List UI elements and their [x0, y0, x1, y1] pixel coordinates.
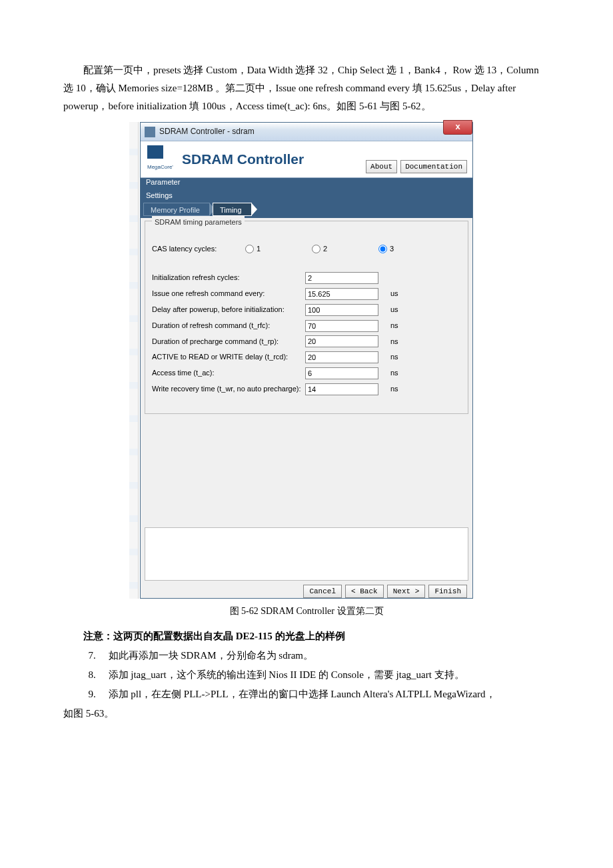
step-7-num: 7. — [89, 647, 109, 665]
label-delay-powerup: Delay after powerup, before initializati… — [152, 303, 305, 317]
row-trp: Duration of precharge command (t_rp): ns — [152, 335, 461, 349]
label-tac: Access time (t_ac): — [152, 367, 305, 380]
parameter-settings-tab[interactable]: Parameter Settings — [141, 178, 472, 201]
unit-trfc: ns — [390, 319, 404, 333]
step-7: 7.如此再添加一块 SDRAM，分别命名为 sdram。 — [89, 647, 550, 665]
opt3-label: 3 — [390, 243, 394, 256]
group-title: SDRAM timing parameters — [152, 216, 245, 229]
background-sliver — [129, 122, 139, 599]
cancel-button[interactable]: Cancel — [303, 585, 342, 598]
next-button[interactable]: Next > — [387, 585, 426, 598]
sdram-controller-dialog: SDRAM Controller - sdram x MegaCore' SDR… — [140, 122, 473, 599]
input-init-refresh[interactable] — [305, 272, 378, 284]
unit-twr: ns — [390, 383, 404, 396]
opt1-label: 1 — [257, 243, 261, 256]
back-button[interactable]: < Back — [345, 585, 384, 598]
unit-delay-powerup: us — [390, 303, 404, 317]
finish-button[interactable]: Finish — [428, 585, 467, 598]
input-trp[interactable] — [305, 335, 378, 347]
documentation-button[interactable]: Documentation — [400, 160, 467, 173]
note-line: 注意：这两页的配置数据出自友晶 DE2-115 的光盘上的样例 — [63, 627, 550, 645]
dialog-header: MegaCore' SDRAM Controller About Documen… — [141, 141, 472, 178]
unit-tac: ns — [390, 367, 404, 380]
input-twr[interactable] — [305, 383, 378, 395]
cas-option-3[interactable]: 3 — [378, 243, 445, 256]
steps-list: 7.如此再添加一块 SDRAM，分别命名为 sdram。 8.添加 jtag_u… — [89, 647, 550, 703]
dialog-title: SDRAM Controller — [182, 147, 304, 172]
about-button[interactable]: About — [366, 160, 397, 173]
cas-option-2[interactable]: 2 — [312, 243, 378, 256]
step-8-text: 添加 jtag_uart，这个系统的输出连到 Nios II IDE 的 Con… — [109, 666, 464, 684]
input-trcd[interactable] — [305, 351, 378, 363]
label-trfc: Duration of refresh command (t_rfc): — [152, 319, 305, 333]
window-title: SDRAM Controller - sdram — [159, 125, 255, 139]
input-delay-powerup[interactable] — [305, 304, 378, 316]
cas-latency-label: CAS latency cycles: — [152, 243, 245, 256]
timing-parameters-group: SDRAM timing parameters CAS latency cycl… — [145, 221, 468, 414]
unit-trp: ns — [390, 335, 404, 349]
step-8-num: 8. — [89, 666, 109, 684]
label-trp: Duration of precharge command (t_rp): — [152, 335, 305, 349]
step-9-num: 9. — [89, 685, 109, 703]
input-issue-refresh[interactable] — [305, 288, 378, 300]
step-9-text: 添加 pll，在左侧 PLL->PLL，在弹出的窗口中选择 Launch Alt… — [109, 685, 496, 703]
cas-latency-row: CAS latency cycles: 1 2 3 — [152, 243, 461, 256]
crumb-memory-profile[interactable]: Memory Profile — [143, 203, 210, 216]
opt2-label: 2 — [323, 243, 327, 256]
row-init-refresh: Initialization refresh cycles: — [152, 271, 461, 285]
row-trfc: Duration of refresh command (t_rfc): ns — [152, 319, 461, 333]
figure-caption: 图 5-62 SDRAM Controller 设置第二页 — [63, 603, 550, 619]
unit-trcd: ns — [390, 351, 404, 364]
blank-area — [145, 418, 468, 525]
row-twr: Write recovery time (t_wr, no auto prech… — [152, 383, 461, 396]
description-box — [145, 527, 468, 581]
step-9: 9.添加 pll，在左侧 PLL->PLL，在弹出的窗口中选择 Launch A… — [89, 685, 550, 703]
row-issue-refresh: Issue one refresh command every: us — [152, 287, 461, 301]
input-trfc[interactable] — [305, 320, 378, 332]
paragraph-config-page1: 配置第一页中，presets 选择 Custom，Data Width 选择 3… — [63, 61, 550, 115]
label-init-refresh: Initialization refresh cycles: — [152, 271, 305, 285]
label-twr: Write recovery time (t_wr, no auto prech… — [152, 383, 305, 396]
megacore-logo-label: MegaCore' — [147, 164, 173, 170]
step-7-text: 如此再添加一块 SDRAM，分别命名为 sdram。 — [109, 647, 314, 665]
dialog-footer: Cancel < Back Next > Finish — [141, 583, 472, 598]
cas-option-1[interactable]: 1 — [245, 243, 312, 256]
row-tac: Access time (t_ac): ns — [152, 367, 461, 380]
row-trcd: ACTIVE to READ or WRITE delay (t_rcd): n… — [152, 351, 461, 364]
label-trcd: ACTIVE to READ or WRITE delay (t_rcd): — [152, 351, 305, 364]
app-icon — [145, 127, 155, 137]
row-delay-powerup: Delay after powerup, before initializati… — [152, 303, 461, 317]
close-button[interactable]: x — [443, 120, 472, 135]
tail-line: 如图 5-63。 — [63, 705, 550, 723]
step-8: 8.添加 jtag_uart，这个系统的输出连到 Nios II IDE 的 C… — [89, 666, 550, 684]
label-issue-refresh: Issue one refresh command every: — [152, 287, 305, 301]
input-tac[interactable] — [305, 367, 378, 379]
unit-issue-refresh: us — [390, 287, 404, 301]
parameter-settings-label: Parameter Settings — [146, 176, 180, 203]
window-titlebar[interactable]: SDRAM Controller - sdram x — [141, 123, 472, 141]
megacore-logo-icon — [147, 145, 163, 159]
crumb-timing[interactable]: Timing — [213, 203, 252, 216]
